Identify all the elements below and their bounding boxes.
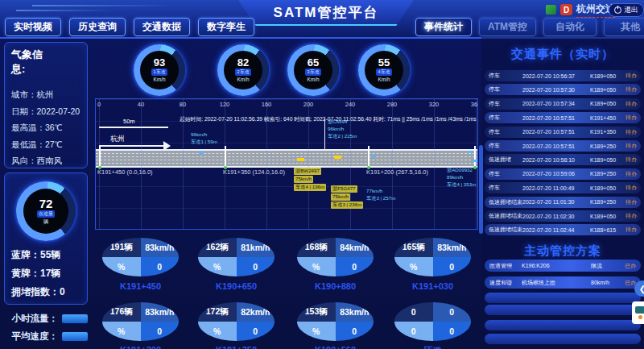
weather-row: 最低温：27℃ — [11, 136, 84, 152]
nav-tab-交通数据[interactable]: 交通数据 — [134, 18, 190, 36]
assistant-widget[interactable] — [632, 301, 644, 324]
event-row[interactable]: 低速拥堵结束2022-07-20 11:01:30K189+250待办 — [485, 197, 641, 208]
event-row[interactable]: 低速拥堵2022-07-20 10:58:10K189+050待办 — [485, 154, 641, 165]
station-occ: 0 — [433, 257, 472, 276]
event-row[interactable]: 停车2022-07-20 10:57:34K189+050待办 — [485, 98, 641, 110]
ruler-tick-label: 120 — [217, 101, 232, 108]
plate-value: 17辆 — [40, 268, 60, 279]
weather-row: 城市：杭州 — [11, 86, 84, 102]
gauge-face: 931车道Km/h — [140, 51, 180, 90]
event-row[interactable]: 停车2022-07-20 10:57:51K191+450待办 — [485, 112, 641, 123]
event-time: 2022-07-20 11:01:30 — [522, 199, 590, 205]
notification-dot-icon — [638, 315, 642, 319]
weather-label: 城市： — [11, 89, 37, 99]
marker-post — [368, 146, 369, 168]
vehicle-label-line: 车道4 | 353m — [447, 181, 476, 189]
plan-empty-row — [485, 293, 641, 303]
event-time: 2022-07-20 11:02:44 — [522, 227, 590, 233]
logout-button[interactable]: 退出 — [609, 3, 644, 17]
station-count: 165辆 — [394, 238, 433, 257]
nav-tab-数字孪生[interactable]: 数字孪生 — [198, 18, 254, 36]
station-oval: 176辆83km/h%0 — [102, 302, 179, 341]
station-pct: % — [297, 322, 336, 341]
weather-row: 日期：2022-07-20 — [11, 103, 84, 119]
plan-empty-row — [485, 320, 641, 330]
event-row[interactable]: 停车2022-07-20 11:00:49K189+050待办 — [485, 182, 641, 193]
transit-volume-gauge: 72 在途量 辆 — [16, 181, 76, 241]
events-scrollbar[interactable] — [479, 145, 483, 234]
event-type: 停车 — [489, 100, 522, 108]
event-row[interactable]: 停车2022-07-20 10:59:06K189+250待办 — [485, 168, 641, 180]
vehicle-label: 浙F5G47775km/h车道3 | 236m — [331, 185, 363, 210]
plans-title: 主动管控方案 — [481, 243, 644, 259]
metric-label: 平均速度： — [12, 330, 59, 343]
gauge-lane-badge: 2车道 — [235, 69, 250, 76]
metric-row: 平均速度： — [4, 327, 88, 345]
event-type: 停车 — [489, 184, 522, 192]
event-time: 2022-07-20 10:57:51 — [522, 129, 590, 135]
station-speed: 81km/h — [237, 238, 275, 257]
ruler-gridline — [434, 99, 435, 229]
station-count: 172辆 — [198, 302, 237, 322]
vehicle-label-line: 75km/h — [294, 176, 313, 183]
vehicle-blue — [468, 151, 473, 153]
event-row[interactable]: 停车2022-07-20 10:57:30K189+050待办 — [485, 84, 641, 95]
plan-status: 已办 — [621, 262, 636, 270]
station-label: 匝道 — [394, 345, 471, 349]
vehicle-label-line: 车道4 | 196m — [294, 184, 326, 191]
ruler-gridline — [183, 99, 184, 229]
vehicle-blue — [371, 155, 376, 157]
nav-tab-实时视频[interactable]: 实时视频 — [5, 18, 61, 36]
nav-tab-事件统计[interactable]: 事件统计 — [415, 18, 472, 36]
lane-divider — [96, 160, 478, 160]
nav-tab-自动化[interactable]: 自动化 — [543, 18, 597, 36]
lane-gauge-4: 554车道Km/h — [358, 44, 410, 96]
gauge-unit: 辆 — [43, 218, 49, 225]
plan-detail: 机场枢纽上匝 — [522, 279, 591, 287]
event-row[interactable]: 低速拥堵结束2022-07-20 11:02:44K188+615待办 — [485, 224, 641, 235]
station-label: K190+560 — [297, 345, 374, 349]
event-row[interactable]: 停车2022-07-20 10:56:37K189+050待办 — [485, 70, 641, 81]
vehicle-label-line: 浙F5G477 — [331, 185, 357, 193]
station-count: 191辆 — [102, 238, 141, 257]
vehicle-label-line: 75km/h — [331, 193, 350, 201]
event-location: K189+250 — [590, 199, 621, 205]
weather-value: 27℃ — [45, 139, 62, 149]
plate-label: 蓝牌： — [11, 249, 40, 260]
event-status: 待办 — [621, 85, 637, 93]
event-time: 2022-07-20 10:56:37 — [522, 73, 590, 79]
vehicle-blue — [199, 152, 204, 154]
event-type: 低速拥堵结束 — [489, 198, 522, 206]
vehicle-label-line: 车道3 | 257m — [366, 195, 395, 202]
station-occ: 0 — [336, 322, 374, 341]
gauge-value: 65 — [308, 57, 319, 68]
plan-row[interactable]: 速度和谐机场枢纽上匝80km/h已办 — [485, 276, 641, 289]
ruler-tick-label: 0 — [95, 101, 106, 108]
lane-divider — [96, 156, 478, 157]
plan-row[interactable]: 匝道管理K196:K206限流已办 — [485, 260, 641, 272]
vehicle-label-line: 车道2 | 225m — [328, 133, 357, 140]
road-twin-panel: 50m 起始时间: 2022-07-20 11:02:56.39 帧索引: 64… — [95, 98, 478, 230]
vehicle-label-line: 浙AD09932 — [447, 167, 476, 174]
event-row[interactable]: 停车2022-07-20 10:57:51K191+350待办 — [485, 127, 641, 138]
metric-row: 占有率： — [4, 345, 88, 349]
event-status: 待办 — [621, 156, 637, 164]
event-type: 停车 — [489, 114, 522, 122]
station-pct: 0 — [394, 322, 433, 341]
gauge-value: 55 — [378, 57, 390, 68]
event-row[interactable]: 低速拥堵结束2022-07-20 11:02:30K189+050待办 — [485, 210, 641, 222]
weather-value: 西南风 — [37, 156, 63, 165]
nav-tab-历史查询[interactable]: 历史查询 — [69, 18, 126, 36]
lane-divider — [96, 163, 478, 164]
event-row[interactable]: 停车2022-07-20 10:57:51K189+250待办 — [485, 140, 641, 152]
event-type: 低速拥堵结束 — [489, 226, 522, 234]
nav-tab-ATM管控[interactable]: ATM管控 — [479, 18, 536, 36]
gauge-value: 93 — [154, 57, 165, 68]
nav-tab-其他[interactable]: 其他 — [604, 18, 644, 36]
ruler-gridline — [266, 99, 267, 229]
header-decor-line — [16, 10, 113, 11]
station-oval: 168辆84km/h%0 — [297, 238, 374, 276]
station-label: K191+450 — [102, 281, 179, 291]
event-time: 2022-07-20 10:58:10 — [522, 157, 590, 163]
event-type: 停车 — [489, 85, 522, 93]
